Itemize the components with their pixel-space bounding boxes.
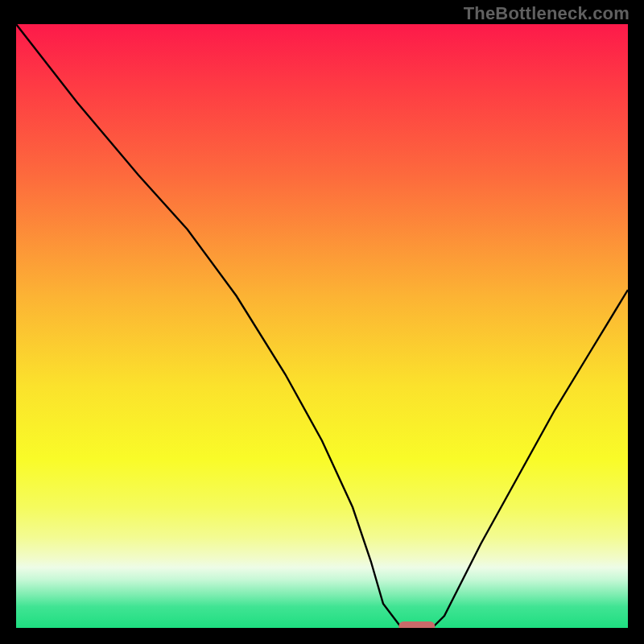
chart-frame: TheBottleneck.com	[0, 0, 644, 644]
gradient-background	[16, 24, 628, 628]
chart-svg	[16, 24, 628, 628]
plot-area	[16, 24, 628, 628]
optimal-marker	[398, 621, 435, 628]
watermark-text: TheBottleneck.com	[464, 3, 630, 24]
